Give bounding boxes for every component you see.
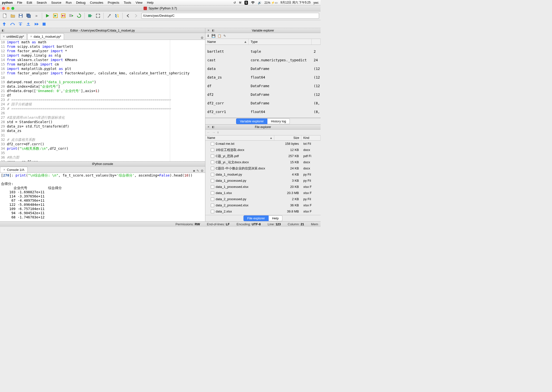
app-menu[interactable]: python	[2, 1, 13, 4]
window-close-button[interactable]	[2, 7, 5, 10]
code-editor[interactable]: 1011121314151617181920212223242526272829…	[0, 40, 205, 161]
file-row[interactable]: C题目-中小微企业的信贷决策.docx24 KBdocx	[205, 165, 321, 171]
remove-var-icon[interactable]: ✎	[223, 34, 226, 38]
nav-back-button[interactable]	[125, 12, 131, 19]
debug-button[interactable]	[1, 21, 8, 27]
file-row[interactable]: C题_yi_思路.pdf257 KBpdf Fi	[205, 153, 321, 159]
more-icon[interactable]: »	[33, 12, 40, 19]
menu-edit[interactable]: Edit	[27, 1, 32, 4]
nav-up-icon[interactable]: ↑	[217, 131, 219, 134]
window-maximize-button[interactable]	[11, 7, 14, 10]
debug-step-over-button[interactable]	[9, 21, 16, 27]
file-row[interactable]: C题_yi._论文docx.docx15 KBdocx	[205, 159, 321, 165]
nav-forward-button[interactable]	[132, 12, 139, 19]
run-cell-advance-button[interactable]	[60, 12, 67, 19]
rerun-button[interactable]	[76, 12, 82, 19]
debug-step-out-button[interactable]	[25, 21, 32, 27]
history-icon[interactable]: ↺	[233, 1, 236, 4]
file-row[interactable]: 0.read me.txt158 bytestxt Fil	[205, 141, 321, 147]
menu-help[interactable]: Help	[147, 1, 154, 4]
variable-row[interactable]: df2_corrDataFrame(8,	[205, 99, 321, 108]
user-menu[interactable]: ywc	[313, 1, 319, 4]
debug-step-into-button[interactable]	[17, 21, 24, 27]
close-icon[interactable]: ✕	[3, 35, 5, 38]
menu-source[interactable]: Source	[51, 1, 61, 4]
file-row[interactable]: 1特征工程选取.docx12 KBdocx	[205, 147, 321, 153]
gear-icon[interactable]: ⚙	[201, 169, 204, 173]
col-size[interactable]	[312, 39, 321, 45]
close-pane-icon[interactable]: ✕	[206, 125, 210, 129]
close-pane-icon[interactable]: ✕	[206, 29, 210, 33]
col-name[interactable]: Name▲	[205, 39, 249, 45]
menu-debug[interactable]: Debug	[76, 1, 85, 4]
variable-row[interactable]: df2DataFrame(12	[205, 90, 321, 99]
run-selection-button[interactable]	[68, 12, 75, 19]
close-icon[interactable]: ✕	[30, 35, 32, 38]
volume-icon[interactable]: 🔊	[258, 1, 261, 4]
menu-tools[interactable]: Tools	[124, 1, 131, 4]
file-row[interactable]: data_1_processed.xlsx20 KBxlsx F	[205, 184, 321, 190]
open-file-button[interactable]	[9, 12, 16, 19]
editor-tab-data1[interactable]: ✕ data_1_moduel.py*	[27, 33, 64, 40]
menu-file[interactable]: File	[17, 1, 22, 4]
tab-variable-explorer[interactable]: Variable explorer	[236, 118, 267, 124]
tab-history-log[interactable]: History log	[267, 118, 290, 124]
console-output[interactable]: [270]: print("\n综合得分: \n", fa_t_score.so…	[0, 173, 205, 221]
clock[interactable]: 9月12日 周六 下午5:25	[280, 0, 310, 5]
variable-row[interactable]: dfDataFrame(12	[205, 82, 321, 90]
ime-icon[interactable]: S	[244, 1, 248, 5]
col-type[interactable]: Type	[249, 39, 312, 45]
wifi-icon[interactable]	[251, 1, 255, 4]
preferences-button[interactable]	[106, 12, 113, 19]
gear-icon[interactable]: ⚙	[201, 36, 204, 40]
nav-forward-icon[interactable]: →	[212, 131, 215, 134]
col-file-name[interactable]: Name▲	[205, 135, 274, 140]
variable-row[interactable]: dataDataFrame(12	[205, 65, 321, 73]
menu-projects[interactable]: Projects	[108, 1, 119, 4]
console-tab-1a[interactable]: ✕ Console 1/A	[0, 167, 28, 173]
menu-view[interactable]: View	[136, 1, 143, 4]
col-file-size[interactable]: Size	[274, 135, 301, 140]
import-data-icon[interactable]: ⬇	[207, 34, 210, 38]
undock-pane-icon[interactable]: ◧	[211, 29, 215, 33]
file-row[interactable]: data_2_processed.py2 KBpy Fil	[205, 196, 321, 202]
undock-pane-icon[interactable]: ◧	[211, 125, 215, 129]
nav-back-icon[interactable]: ←	[207, 131, 210, 134]
col-file-kind[interactable]: Kind	[301, 135, 321, 140]
variable-row[interactable]: castcore.numerictypes._typedict24	[205, 56, 321, 65]
python-icon[interactable]	[114, 12, 120, 19]
save-as-icon[interactable]: 📋	[217, 34, 221, 38]
working-directory-field[interactable]: /Users/ywc/Desktop/C	[141, 13, 319, 19]
run-cell-button[interactable]	[52, 12, 59, 19]
editor-undock-icon[interactable]: ◧	[1, 29, 5, 33]
menu-search[interactable]: Search	[37, 1, 47, 4]
new-file-button[interactable]	[1, 12, 8, 19]
menu-consoles[interactable]: Consoles	[90, 1, 103, 4]
tab-file-explorer[interactable]: File explorer	[244, 215, 269, 221]
maximize-button[interactable]	[95, 12, 101, 19]
editor-tab-untitled2[interactable]: ✕ untitled2.py*	[0, 33, 27, 40]
variable-row[interactable]: bartletttuple2	[205, 47, 321, 56]
run-button[interactable]	[44, 12, 51, 19]
file-row[interactable]: data_2.xlsx39.8 MBxlsx F	[205, 208, 321, 214]
variable-row[interactable]: df2_corr1float64(8,	[205, 108, 321, 116]
console-options-icon[interactable]: ✎	[196, 169, 199, 173]
variable-row[interactable]: data_zsfloat64(12	[205, 73, 321, 82]
file-row[interactable]: data_2_processed.xlsx36 KBxlsx F	[205, 202, 321, 208]
tab-help[interactable]: Help	[269, 215, 282, 221]
save-data-icon[interactable]: 💾	[211, 34, 215, 38]
bluetooth-icon[interactable]: ⚒	[239, 1, 242, 4]
battery-status[interactable]: 21% ⚡▭	[264, 1, 277, 4]
window-minimize-button[interactable]	[7, 7, 10, 10]
file-row[interactable]: data_1_processed.py3 KBpy Fil	[205, 178, 321, 184]
file-row[interactable]: data_1.xlsx20.3 MBxlsx F	[205, 190, 321, 196]
save-all-button[interactable]	[25, 12, 32, 19]
debug-step-button[interactable]	[87, 12, 94, 19]
console-stop-icon[interactable]: ■	[193, 169, 195, 173]
file-row[interactable]: data_1_moduel.py4 KBpy Fil	[205, 171, 321, 178]
debug-stop-button[interactable]	[41, 21, 47, 27]
close-icon[interactable]: ✕	[3, 168, 5, 171]
save-button[interactable]	[17, 12, 24, 19]
debug-continue-button[interactable]	[33, 21, 39, 27]
menu-run[interactable]: Run	[66, 1, 72, 4]
